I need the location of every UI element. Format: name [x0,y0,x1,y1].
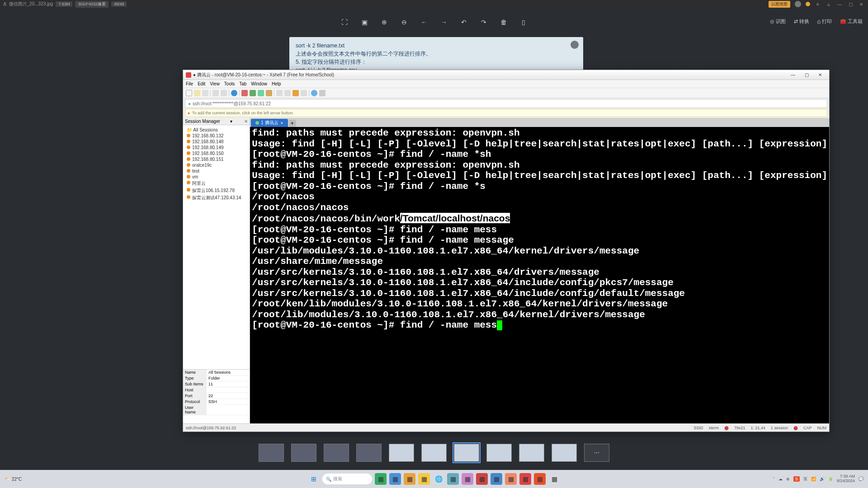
close-button[interactable]: ✕ [858,2,864,7]
thumbnail[interactable] [552,444,577,462]
xshell-minimize-button[interactable]: — [787,71,799,79]
tb-open-icon[interactable] [194,90,200,96]
thumbnail-selected[interactable] [454,444,479,462]
add-tab-button[interactable]: + [289,120,296,127]
toolbox-button[interactable]: 🧰 工具箱 [840,18,863,25]
taskbar-app-icon[interactable]: ▦ [548,473,560,485]
session-tree[interactable]: 📁 All Sessions 192.168.80.132 192.168.80… [183,125,250,369]
bell-icon[interactable]: 🜂 [826,2,832,7]
next-icon[interactable]: → [440,18,448,26]
minimize-button[interactable]: — [836,2,843,7]
menu-icon[interactable]: ≡ [815,2,821,7]
tray-chevron-icon[interactable]: ˄ [773,477,775,481]
xshell-close-button[interactable]: ✕ [814,71,826,79]
tree-root[interactable]: 📁 All Sessions [184,127,249,133]
tb-find-icon[interactable] [258,90,264,96]
thumbnail-more[interactable]: ⋯ [584,444,609,462]
taskbar-app-icon[interactable]: ▦ [476,473,488,485]
menu-tab[interactable]: Tab [239,81,246,86]
tb-session-icon[interactable] [231,90,237,96]
zoom-in-icon[interactable]: ⊕ [380,18,388,26]
thumbnail[interactable] [356,444,382,462]
xshell-maximize-button[interactable]: ▢ [800,71,813,79]
taskbar-app-icon[interactable]: ▦ [389,473,401,485]
ime-lang[interactable]: 英 [803,476,807,482]
prev-icon[interactable]: ← [420,18,428,26]
thumbnail[interactable] [421,444,447,462]
panel-close-icon[interactable]: ✕ [244,119,248,124]
address-bar[interactable]: ● ssh://root:************@159.75.92.61:2… [185,99,827,108]
tb-color-icon[interactable] [292,90,299,96]
overlay-close-icon[interactable] [571,41,579,49]
taskbar-weather[interactable]: ⛅ 22°C [5,477,22,482]
menu-file[interactable]: File [186,81,193,86]
ime-indicator[interactable]: S [793,476,800,482]
menu-view[interactable]: View [210,81,220,86]
zoom-out-icon[interactable]: ⊖ [400,18,408,26]
terminal[interactable]: find: paths must precede expression: ope… [250,127,829,423]
tb-help-icon[interactable] [311,90,317,96]
menu-window[interactable]: Window [251,81,267,86]
tb-save-icon[interactable] [202,90,208,96]
taskbar-app-icon[interactable]: ▦ [505,473,517,485]
taskbar-search[interactable]: 🔍 搜索 [322,474,372,484]
menu-edit[interactable]: Edit [198,81,205,86]
tray-volume-icon[interactable]: 🔊 [820,477,825,481]
menu-tools[interactable]: Tools [224,81,235,86]
prop-label: Host [183,387,207,393]
thumbnail[interactable] [486,444,512,462]
tb-font-icon[interactable] [301,90,307,96]
convert-button[interactable]: ⇄ 转换 [794,18,809,25]
thumbnail[interactable] [259,444,284,462]
tb-copy-icon[interactable] [241,90,248,96]
xshell-titlebar[interactable]: ● 腾讯云 - root@VM-20-16-centos:~ - Xshell … [183,70,829,80]
tb-new-icon[interactable] [186,90,192,96]
tb-reconnect-icon[interactable] [212,90,219,96]
notifications-icon[interactable]: 💬 [859,477,863,481]
menu-help[interactable]: Help [272,81,281,86]
thumbnail[interactable] [291,444,316,462]
taskbar-app-icon[interactable]: ▦ [519,473,531,485]
notification-dot-icon[interactable] [806,2,810,6]
thumbnail[interactable] [519,444,544,462]
xshell-title: ● 腾讯云 - root@VM-20-16-centos:~ - Xshell … [193,72,334,78]
info-icon[interactable]: ▯ [519,18,528,26]
tray-icon[interactable]: ☁ [778,477,783,481]
taskbar-chrome-icon[interactable]: 🌐 [433,473,444,485]
tb-about-icon[interactable] [319,90,326,96]
recognize-button[interactable]: ◎ 识图 [770,18,786,25]
taskbar-app-icon[interactable]: ▦ [462,473,473,485]
user-avatar[interactable] [795,1,801,7]
file-size-badge: 7.63M [56,1,72,7]
tb-transparent-icon[interactable] [284,90,291,96]
fit-screen-icon[interactable]: ⛶ [340,18,349,26]
start-button[interactable]: ⊞ [308,473,320,485]
taskbar-app-icon[interactable]: ▦ [404,473,415,485]
tree-item: 192.168.80.149 [184,145,249,150]
taskbar-app-icon[interactable]: ▦ [491,473,502,485]
taskbar-app-icon[interactable]: ▦ [534,473,546,485]
thumbnail[interactable] [324,444,349,462]
tray-icon[interactable]: ⊕ [786,477,790,481]
lock-icon: ● [188,101,191,106]
panel-menu-icon[interactable]: ▾ [230,119,232,124]
tb-paste-icon[interactable] [250,90,256,96]
rotate-right-icon[interactable]: ↷ [480,18,488,26]
delete-icon[interactable]: 🗑 [500,18,508,26]
taskbar-clock[interactable]: 7:39 AM 8/24/2024 [837,474,855,483]
tb-props-icon[interactable] [266,90,272,96]
tb-disconnect-icon[interactable] [221,90,227,96]
tray-battery-icon[interactable]: 🔋 [828,477,833,481]
taskbar-app-icon[interactable]: ▦ [418,473,430,485]
thumbnail[interactable] [389,444,414,462]
maximize-button[interactable]: ▢ [847,2,854,7]
image-search-button[interactable]: 以图搜图 [769,1,790,8]
actual-size-icon[interactable]: ▣ [360,18,368,26]
print-button[interactable]: ⎙ 打印 [817,18,832,25]
taskbar-app-icon[interactable]: ▦ [375,473,387,485]
taskbar-app-icon[interactable]: ▦ [447,473,459,485]
terminal-tab[interactable]: 1 腾讯云 ✕ [251,119,288,127]
tray-wifi-icon[interactable]: 📶 [811,477,816,481]
rotate-left-icon[interactable]: ↶ [460,18,468,26]
tb-fullscreen-icon[interactable] [276,90,283,96]
